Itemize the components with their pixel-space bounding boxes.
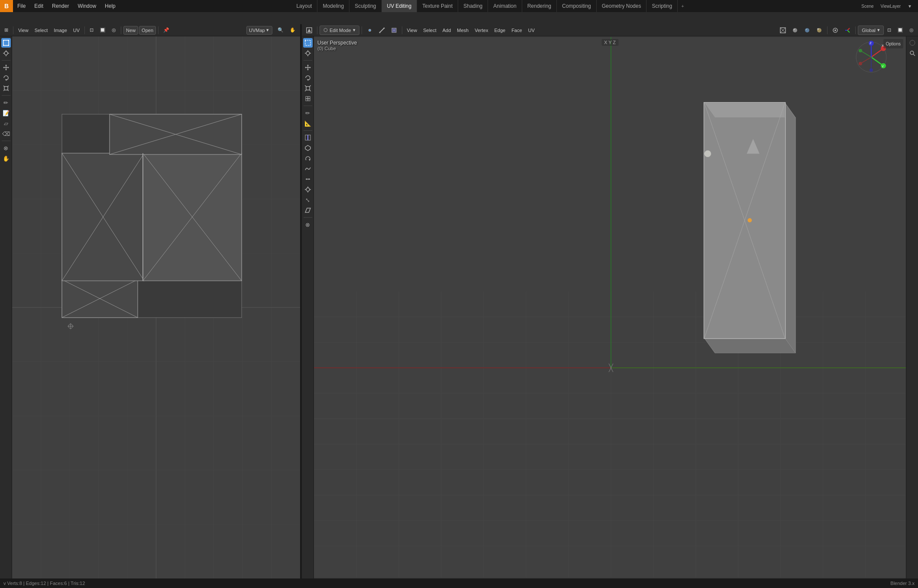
tab-sculpting[interactable]: Sculpting (349, 0, 381, 12)
uv-annotate-tool[interactable]: ✏ (1, 98, 11, 107)
tab-layout[interactable]: Layout (291, 0, 317, 12)
tab-texture-paint[interactable]: Texture Paint (417, 0, 458, 12)
svg-point-71 (794, 29, 795, 30)
vertex-select-mode[interactable] (364, 26, 375, 35)
svg-line-62 (380, 28, 384, 32)
viewport-view-menu[interactable]: View (404, 26, 420, 35)
uv-grab-pull-tool[interactable]: ✋ (1, 154, 11, 163)
uv-move-tool[interactable] (1, 63, 11, 72)
tab-uv-editing[interactable]: UV Editing (382, 0, 417, 12)
viewport-mesh-menu[interactable]: Mesh (454, 26, 471, 35)
viewport-shear-tool[interactable] (303, 206, 313, 215)
viewport-canvas[interactable]: User Perspective (0) Cube X Y Z (314, 36, 906, 578)
viewport-edge-menu[interactable]: Edge (491, 26, 508, 35)
uvmap-label: UVMap (249, 28, 265, 33)
viewport-shrink-fatten-tool[interactable] (303, 185, 313, 194)
editor-type-selector[interactable]: ⊞ (2, 26, 11, 35)
viewport-scale-tool[interactable] (303, 84, 313, 93)
menu-window[interactable]: Window (73, 0, 100, 12)
uv-zoom-out[interactable]: 🔍 (275, 26, 286, 35)
viewport-zoom-camera[interactable] (908, 48, 917, 58)
viewport-material-btn[interactable] (802, 26, 813, 35)
face-select-mode[interactable] (388, 26, 400, 35)
viewport-rotate-tool[interactable] (303, 73, 313, 83)
viewport-vertex-menu[interactable]: Vertex (472, 26, 491, 35)
tab-rendering[interactable]: Rendering (522, 0, 557, 12)
viewport-transform-tool[interactable] (303, 94, 313, 103)
viewport-select-menu[interactable]: Select (420, 26, 439, 35)
viewport-add-menu[interactable]: Add (440, 26, 454, 35)
viewport-loop-cut-tool[interactable] (303, 133, 313, 142)
panel-divider[interactable] (300, 24, 302, 578)
viewport-spin-tool[interactable] (303, 154, 313, 163)
proportional-edit-btn[interactable]: ◎ (907, 26, 916, 35)
uv-rotate-tool[interactable] (1, 73, 11, 83)
transform-orientation-selector[interactable]: Global ▾ (858, 26, 884, 35)
viewport-solid-btn[interactable] (789, 26, 801, 35)
svg-point-154 (747, 218, 752, 222)
tab-shading[interactable]: Shading (458, 0, 488, 12)
viewport-rip-region-tool[interactable]: ⊗ (303, 220, 313, 229)
uv-open-button[interactable]: Open (139, 26, 156, 35)
uv-new-button[interactable]: New (123, 26, 138, 35)
svg-marker-93 (310, 67, 311, 68)
viewport-edge-slide-tool[interactable] (303, 174, 313, 184)
viewport-rendered-btn[interactable] (814, 26, 825, 35)
uv-scale-tool[interactable] (1, 84, 11, 93)
menu-render[interactable]: Render (48, 0, 73, 12)
uv-uv-menu[interactable]: UV (71, 26, 82, 35)
uv-pin-icon[interactable]: 📌 (161, 26, 172, 35)
scene-selector[interactable]: Scene (859, 1, 876, 11)
viewport-push-pull-tool[interactable]: ⤡ (303, 195, 313, 205)
tab-compositing[interactable]: Compositing (557, 0, 597, 12)
viewport-poly-build-tool[interactable] (303, 143, 313, 153)
svg-marker-90 (307, 64, 309, 66)
uv-select-box-tool[interactable] (1, 38, 11, 48)
tab-modeling[interactable]: Modeling (317, 0, 349, 12)
viewport-options-btn[interactable]: Options (883, 39, 903, 48)
engine-selector[interactable]: ▼ (905, 1, 915, 11)
tab-scripting[interactable]: Scripting (646, 0, 678, 12)
viewport-annotate-tool[interactable]: ✏ (303, 108, 313, 118)
uv-grab-hand[interactable]: ✋ (287, 26, 298, 35)
viewport-move-tool[interactable] (303, 63, 313, 72)
uv-snap-toggle[interactable]: 🔲 (97, 26, 108, 35)
tab-animation[interactable]: Animation (488, 0, 522, 12)
viewport-overlay-btn[interactable] (830, 26, 841, 35)
transform-pivot-selector[interactable]: ⊡ (885, 26, 894, 35)
uv-canvas[interactable] (12, 36, 300, 578)
viewport-cursor-tool[interactable] (303, 48, 313, 58)
uv-image-menu[interactable]: Image (51, 26, 70, 35)
add-workspace-button[interactable]: + (678, 3, 687, 9)
uv-proportional-edit[interactable]: ◎ (109, 26, 119, 35)
separator (121, 26, 121, 34)
edit-mode-selector[interactable]: ⬡ Edit Mode ▾ (320, 26, 359, 35)
view-layer-selector[interactable]: ViewLayer (878, 1, 904, 11)
viewport-smooth-tool[interactable] (303, 164, 313, 174)
uv-cursor-tool[interactable] (1, 48, 11, 58)
viewport-measure-tool[interactable]: 📐 (303, 119, 313, 128)
uv-view-menu[interactable]: View (16, 26, 31, 35)
viewport-nav-gizmo[interactable] (908, 38, 917, 48)
uv-erase-tool[interactable]: ⌫ (1, 129, 11, 138)
separator (827, 26, 827, 34)
uv-select-menu[interactable]: Select (32, 26, 51, 35)
tab-geometry-nodes[interactable]: Geometry Nodes (597, 0, 647, 12)
viewport-wireframe-btn[interactable] (777, 26, 789, 35)
viewport-face-menu[interactable]: Face (509, 26, 524, 35)
snap-toggle[interactable]: 🔲 (895, 26, 906, 35)
uv-annotate-line-tool[interactable]: 📝 (1, 108, 11, 118)
viewport-gizmo-btn[interactable] (842, 26, 853, 35)
viewport-editor-type[interactable] (304, 26, 315, 35)
uvmap-selector[interactable]: UVMap ▾ (246, 26, 272, 35)
uv-annotate-poly-tool[interactable]: ▱ (1, 119, 11, 128)
uv-pivot-selector[interactable]: ⊡ (87, 26, 96, 35)
edge-select-mode[interactable] (376, 26, 388, 35)
menu-help[interactable]: Help (100, 0, 120, 12)
viewport-select-box-tool[interactable] (303, 38, 313, 48)
viewport-uv-menu[interactable]: UV (526, 26, 537, 35)
uv-rip-tool[interactable]: ⊗ (1, 143, 11, 153)
menu-edit[interactable]: Edit (30, 0, 48, 12)
svg-marker-108 (306, 178, 307, 180)
menu-file[interactable]: File (13, 0, 30, 12)
